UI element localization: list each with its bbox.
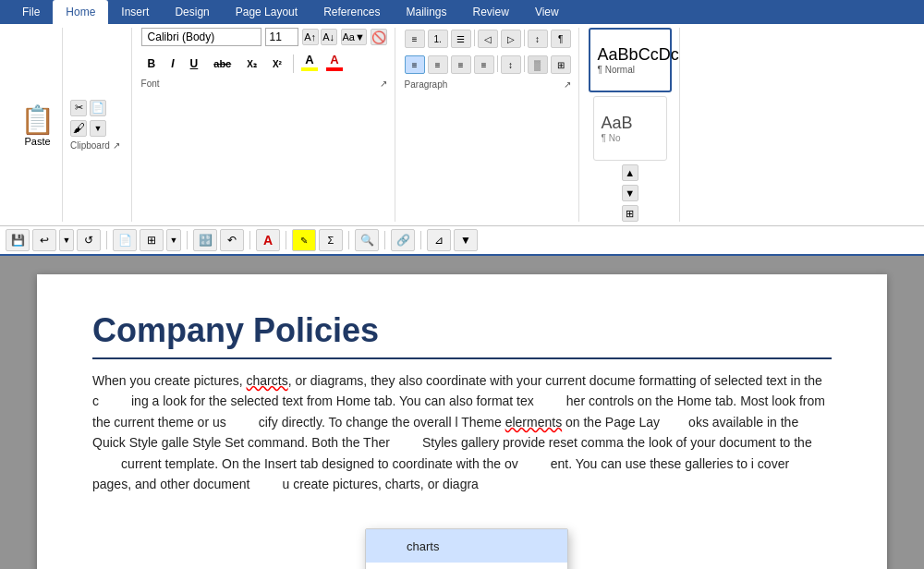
font-group-label: Font	[141, 79, 160, 89]
undo-dropdown[interactable]: ▼	[59, 229, 74, 251]
underline-button[interactable]: U	[184, 54, 205, 73]
separator	[293, 54, 294, 73]
show-hide-button[interactable]: ¶	[551, 30, 571, 48]
undo-button[interactable]: ↩	[32, 229, 56, 251]
shading-button[interactable]: ▒	[528, 55, 548, 74]
font-grow-button[interactable]: A↑	[302, 29, 319, 45]
context-menu: charts chart's charts' Ignore All Add to…	[365, 528, 568, 569]
separator2	[187, 231, 188, 249]
ctx-label-charts: charts	[407, 539, 439, 553]
font-color-button[interactable]: A	[323, 53, 346, 75]
clipboard-label: Clipboard ↗	[70, 140, 120, 151]
separator	[497, 55, 498, 72]
change-case-button[interactable]: Aa▼	[341, 29, 367, 45]
clipboard-arrow-button[interactable]: ▼	[90, 120, 106, 137]
separator	[524, 55, 525, 72]
tab-insert[interactable]: Insert	[108, 0, 162, 24]
no-spacing-style-box[interactable]: AaB ¶ No	[593, 96, 667, 161]
decrease-indent-button[interactable]: ◁	[478, 30, 498, 48]
multilevel-button[interactable]: ☰	[451, 30, 471, 48]
separator	[524, 30, 525, 46]
separator	[106, 231, 107, 249]
ctx-suggestion-charts-possessive[interactable]: chart's	[366, 563, 567, 569]
document-body: When you create pictures, charcts, or di…	[92, 370, 832, 494]
redo-button[interactable]: ↺	[77, 229, 101, 251]
tab-home[interactable]: Home	[53, 0, 108, 24]
clipboard-group: 📋 Paste ✂ 📄 🖌 ▼ Clipboard ↗	[6, 28, 132, 222]
justify-button[interactable]: ≡	[474, 55, 494, 74]
document-page[interactable]: Company Policies When you create picture…	[37, 274, 887, 569]
para-dialog-button[interactable]: ↗	[564, 79, 571, 90]
font-select-row: Calibri (Body) 11 A↑ A↓ Aa▼ 🚫	[141, 28, 387, 46]
ribbon-tabs: File Home Insert Design Page Layout Refe…	[0, 0, 924, 24]
cut-button[interactable]: ✂	[70, 100, 87, 116]
tab-view[interactable]: View	[522, 0, 572, 24]
zoom-button[interactable]: ⊿	[427, 229, 451, 251]
more-button[interactable]: ▼	[454, 229, 478, 251]
align-center-button[interactable]: ≡	[428, 55, 448, 74]
new-doc-button[interactable]: 📄	[113, 229, 137, 251]
line-spacing-button[interactable]: ↕	[501, 55, 521, 74]
text-format-button[interactable]: 🔡	[193, 229, 217, 251]
ctx-suggestion-charts[interactable]: charts	[366, 529, 567, 563]
styles-scroll-down[interactable]: ▼	[622, 185, 638, 201]
increase-indent-button[interactable]: ▷	[501, 30, 521, 48]
format-painter-button[interactable]: 🖌	[70, 120, 87, 137]
subscript-button[interactable]: X₂	[240, 56, 263, 72]
normal-style-box[interactable]: AaBbCcDc ¶ Normal	[589, 28, 672, 92]
misspelled-word: charcts	[247, 373, 288, 388]
search-button[interactable]: 🔍	[355, 229, 379, 251]
save-button[interactable]: 💾	[6, 229, 30, 251]
separator4	[286, 231, 286, 249]
body-paragraph-1: When you create pictures, charcts, or di…	[92, 370, 832, 494]
paragraph-group: ≡ 1. ☰ ◁ ▷ ↕ ¶ ≡ ≡ ≡ ≡ ↕ ▒ ⊞ Paragraph ↗	[397, 28, 579, 222]
formula-button[interactable]: Σ	[319, 229, 343, 251]
font-dialog-button[interactable]: ↗	[380, 79, 387, 89]
link-button[interactable]: 🔗	[391, 229, 415, 251]
font-size-input[interactable]: 11	[265, 28, 298, 46]
copy-button[interactable]: 📄	[90, 100, 106, 116]
normal-style-preview: AaBbCcDc	[598, 45, 679, 65]
clear-formatting-button[interactable]: 🚫	[371, 29, 387, 45]
font-name-input[interactable]: Calibri (Body)	[141, 28, 261, 46]
table-dropdown[interactable]: ▼	[166, 229, 181, 251]
tab-mailings[interactable]: Mailings	[394, 0, 460, 24]
styles-more[interactable]: ⊞	[622, 205, 638, 222]
document-title: Company Policies	[92, 311, 832, 359]
table-button[interactable]: ⊞	[140, 229, 164, 251]
numbering-button[interactable]: 1.	[428, 30, 448, 48]
document-area: Company Policies When you create picture…	[0, 256, 924, 569]
paste-button[interactable]: 📋 Paste	[13, 28, 63, 222]
bullets-button[interactable]: ≡	[405, 30, 425, 48]
paste-label: Paste	[24, 136, 50, 147]
sort-button[interactable]: ↕	[528, 30, 548, 48]
underlined-word: elerments	[505, 415, 562, 430]
strikethrough-button[interactable]: abc	[207, 55, 237, 72]
styles-scroll-up[interactable]: ▲	[622, 164, 638, 181]
separator6	[384, 231, 385, 249]
font-shrink-button[interactable]: A↓	[321, 29, 337, 45]
align-right-button[interactable]: ≡	[451, 55, 471, 74]
separator	[474, 30, 475, 46]
tab-review[interactable]: Review	[460, 0, 522, 24]
highlight-color-button[interactable]: A	[298, 53, 321, 75]
separator7	[420, 231, 421, 249]
borders-button[interactable]: ⊞	[551, 55, 571, 74]
align-left-button[interactable]: ≡	[405, 55, 425, 74]
tab-file[interactable]: File	[9, 0, 53, 24]
para-group-label-row: Paragraph ↗	[405, 79, 571, 90]
tab-design[interactable]: Design	[162, 0, 222, 24]
bold-button[interactable]: B	[141, 54, 163, 73]
A-button[interactable]: A	[256, 229, 280, 251]
separator3	[249, 231, 250, 249]
font-group-label-row: Font ↗	[141, 79, 387, 89]
superscript-button[interactable]: X²	[266, 56, 288, 72]
tab-references[interactable]: References	[310, 0, 393, 24]
para-group-label: Paragraph	[405, 79, 448, 90]
ribbon-content: 📋 Paste ✂ 📄 🖌 ▼ Clipboard ↗ Calibri (Bod…	[0, 24, 924, 226]
font-size-arrows: A↑ A↓	[302, 29, 337, 45]
paint-button[interactable]: ↶	[220, 229, 244, 251]
highlight-button[interactable]: ✎	[292, 229, 316, 251]
tab-page-layout[interactable]: Page Layout	[223, 0, 310, 24]
italic-button[interactable]: I	[164, 54, 180, 73]
